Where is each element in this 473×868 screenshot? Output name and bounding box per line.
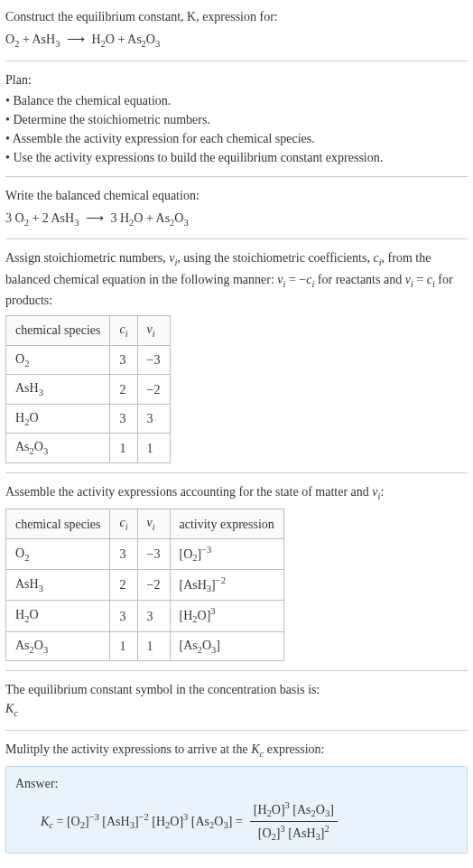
balanced-section: Write the balanced chemical equation: 3 … [5, 186, 468, 230]
table-header-row: chemical species ci νi [6, 316, 171, 346]
species-cell: AsH3 [6, 570, 110, 601]
sp-sub: 3 [43, 446, 48, 456]
sp: O [15, 352, 24, 366]
nu-sub: i [153, 522, 155, 532]
table-row: O2 3 −3 [6, 345, 171, 375]
table-row: H2O 3 3 [6, 404, 171, 434]
divider [5, 670, 468, 671]
nu-cell: 3 [137, 404, 170, 434]
text: Assign stoichiometric numbers, [5, 251, 169, 265]
kc: K [5, 702, 14, 715]
eq-part: O [174, 211, 183, 225]
activity-table: chemical species ci νi activity expressi… [5, 509, 284, 661]
eq-part: H [91, 33, 100, 46]
eq-sign: = [232, 815, 242, 828]
term-sup: −3 [89, 812, 99, 822]
kc: K [41, 815, 49, 828]
term-sup: −2 [139, 812, 149, 822]
term: O [316, 803, 325, 817]
act: O] [198, 609, 211, 622]
table-row: As2O3 1 1 [As2O3] [6, 631, 284, 661]
act: ] [216, 639, 220, 652]
eq-part: O [5, 33, 14, 46]
activity-cell: [AsH3]−2 [170, 570, 283, 601]
assemble-section: Assemble the activity expressions accoun… [5, 482, 468, 661]
act-sup: −3 [201, 545, 211, 555]
term: [H [254, 803, 267, 817]
sp: O [34, 440, 43, 453]
th-nu: νi [137, 509, 170, 539]
sp: H [15, 411, 24, 425]
th-nu: νi [137, 316, 170, 346]
table-row: AsH3 2 −2 [6, 375, 171, 405]
ci-sub: i [125, 522, 128, 532]
prompt-text: Construct the equilibrium constant, K, e… [5, 10, 278, 23]
plan-item: • Balance the chemical equation. [5, 91, 468, 110]
term: [As [188, 815, 209, 828]
text: for reactants and [314, 273, 404, 286]
species-cell: AsH3 [6, 375, 110, 405]
kc-symbol: Kc [5, 699, 468, 721]
multiply-section: Mulitply the activity expressions to arr… [5, 740, 468, 854]
ci-cell: 1 [110, 434, 137, 463]
sp-sub: 2 [24, 359, 29, 369]
kc-sub: c [14, 708, 18, 718]
eq-part: O + As [106, 33, 142, 46]
divider [5, 730, 468, 731]
ci-cell: 2 [110, 570, 137, 601]
ci-cell: 1 [110, 631, 137, 661]
text: expression: [264, 742, 324, 756]
unbalanced-equation: O2 + AsH3 ⟶ H2O + As2O3 [5, 30, 468, 51]
text: Assemble the activity expressions accoun… [5, 485, 372, 499]
eq-part: + AsH [19, 33, 55, 46]
activity-cell: [H2O]3 [170, 601, 283, 631]
term: O] [272, 803, 285, 817]
eq-part: O [146, 33, 155, 46]
sp-sub: 2 [24, 553, 29, 563]
activity-cell: [As2O3] [170, 631, 283, 661]
act: O [202, 639, 211, 652]
term: [AsH [99, 815, 130, 828]
nu-cell: −3 [137, 345, 170, 375]
nu-cell: −3 [137, 539, 170, 570]
sp: H [15, 608, 24, 621]
sp: O [29, 608, 38, 621]
term: O [214, 815, 223, 828]
sp: O [34, 639, 43, 652]
kc-symbol-section: The equilibrium constant symbol in the c… [5, 680, 468, 721]
species-cell: H2O [6, 404, 110, 434]
plan-item: • Assemble the activity expression for e… [5, 129, 468, 148]
stoich-table: chemical species ci νi O2 3 −3 AsH3 2 −2… [5, 315, 171, 463]
kc-text: The equilibrium constant symbol in the c… [5, 680, 468, 699]
eq-part: + 2 AsH [29, 211, 74, 225]
plan-list: • Balance the chemical equation. • Deter… [5, 91, 468, 167]
th-species: chemical species [6, 316, 110, 346]
activity-cell: [O2]−3 [170, 539, 283, 570]
th-activity: activity expression [170, 509, 283, 539]
eq-part: 3 O [5, 211, 24, 225]
prompt-line: Construct the equilibrium constant, K, e… [5, 7, 468, 26]
nu-sub: i [153, 329, 155, 339]
sp: As [15, 440, 30, 453]
act: [As [180, 639, 198, 652]
plan-item: • Determine the stoichiometric numbers. [5, 110, 468, 129]
plan-item: • Use the activity expressions to build … [5, 148, 468, 167]
term: [AsH [285, 826, 316, 840]
eq-part: 3 H [110, 211, 129, 225]
sp: AsH [15, 381, 39, 395]
ci-cell: 2 [110, 375, 137, 405]
divider [5, 472, 468, 473]
term: [O [258, 826, 272, 840]
answer-label: Answer: [15, 774, 458, 793]
eq-part: O + As [134, 211, 170, 225]
sp: As [15, 639, 30, 652]
fraction: [H2O]3 [As2O3] [O2]3 [AsH3]2 [250, 798, 338, 845]
table-row: As2O3 1 1 [6, 434, 171, 463]
fraction-numerator: [H2O]3 [As2O3] [250, 798, 338, 822]
divider [5, 61, 468, 61]
term: [As [290, 803, 311, 817]
species-cell: H2O [6, 601, 110, 631]
prompt: Construct the equilibrium constant, K, e… [5, 7, 468, 51]
term: [O [67, 815, 80, 828]
plan-title: Plan: [5, 70, 468, 89]
